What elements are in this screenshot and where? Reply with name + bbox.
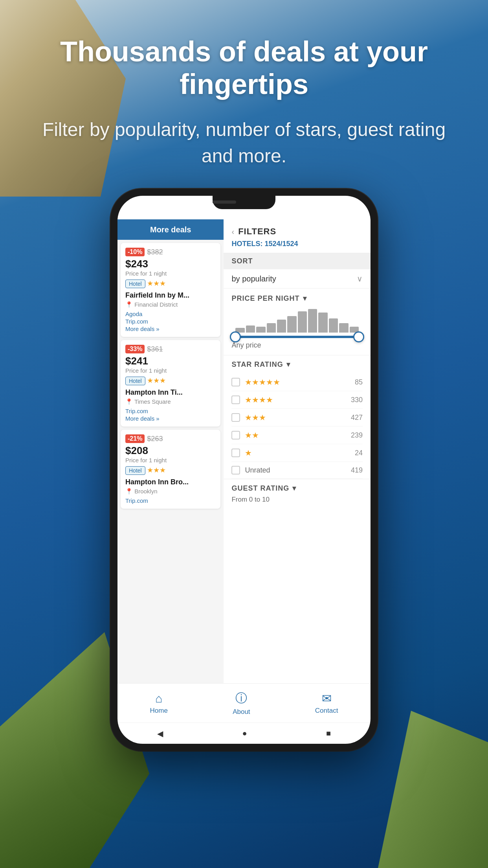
home-label: Home (150, 707, 168, 715)
star-checkbox-2[interactable] (231, 431, 240, 440)
star-icons-2: ★★ (245, 430, 350, 440)
sort-label: SORT (231, 257, 253, 265)
hotel-name-1: Fairfield Inn by M... (125, 291, 216, 300)
star-row-2[interactable]: ★★ 239 (231, 427, 363, 444)
star-section-label: STAR RATING (231, 360, 283, 369)
android-recents-button[interactable]: ■ (326, 729, 331, 738)
star-icons-1: ★ (245, 448, 354, 458)
hotel-more-deals-1[interactable]: More deals » (125, 326, 216, 332)
hotel-more-deals-2[interactable]: More deals » (125, 415, 216, 422)
phone-screen: More deals -10% $382 $243 Price for 1 ni… (117, 219, 371, 683)
phone-inner-screen: More deals -10% $382 $243 Price for 1 ni… (117, 196, 371, 744)
hotel-name-2: Hampton Inn Ti... (125, 388, 216, 397)
phone-notch-area (117, 196, 371, 219)
about-label: About (233, 708, 250, 716)
hist-bar-6 (287, 316, 296, 333)
current-price-3: $208 (125, 445, 216, 457)
star-rating-header: STAR RATING ▾ (231, 355, 363, 373)
hotel-link-trip2[interactable]: Trip.com (125, 408, 216, 414)
back-icon[interactable]: ‹ (231, 227, 234, 236)
star-row-3[interactable]: ★★★ 427 (231, 409, 363, 427)
phone-notch (213, 196, 275, 209)
hotel-card-1[interactable]: -10% $382 $243 Price for 1 night Hotel ★… (121, 243, 220, 337)
star-icons-3: ★★★ (245, 413, 350, 422)
more-deals-button[interactable]: More deals (150, 225, 191, 234)
star-count-unrated: 419 (351, 466, 363, 474)
hotel-card-2[interactable]: -33% $361 $241 Price for 1 night Hotel ★… (121, 340, 220, 427)
star-count-1: 24 (355, 449, 363, 457)
sort-section-header: SORT (224, 253, 371, 269)
guest-rating-label: GUEST RATING (231, 484, 289, 493)
hist-bar-9 (318, 313, 327, 333)
nav-item-contact[interactable]: ✉ Contact (315, 691, 338, 715)
star-checkbox-3[interactable] (231, 413, 240, 422)
original-price-1: $382 (147, 248, 163, 256)
star-row-1[interactable]: ★ 24 (231, 444, 363, 462)
android-back-button[interactable]: ◀ (157, 729, 163, 738)
star-icons-5: ★★★★★ (245, 377, 354, 387)
hotel-card-3[interactable]: -21% $263 $208 Price for 1 night Hotel ★… (121, 430, 220, 509)
hotel-list-top-bar: More deals (117, 219, 224, 240)
filter-panel: ‹ FILTERS HOTELS: 1524/1524 SORT by pop (224, 219, 371, 683)
hotel-link-trip3[interactable]: Trip.com (125, 497, 216, 504)
filter-header: ‹ FILTERS HOTELS: 1524/1524 (224, 219, 371, 253)
price-slider-left-thumb[interactable] (230, 331, 241, 342)
discount-badge-2: -33% (125, 345, 145, 353)
hotels-label: HOTELS: (231, 240, 262, 248)
current-price-1: $243 (125, 258, 216, 270)
hero-section: Thousands of deals at your fingertips Fi… (0, 35, 488, 169)
hist-bar-10 (329, 318, 338, 333)
nav-item-home[interactable]: ⌂ Home (150, 692, 168, 715)
nav-item-about[interactable]: ⓘ About (233, 690, 250, 716)
hotel-price-row-3: -21% $263 (125, 434, 216, 443)
guest-rating-range: From 0 to 10 (231, 496, 363, 504)
hist-bar-8 (308, 309, 317, 333)
star-checkbox-1[interactable] (231, 449, 240, 457)
hotel-stars-1: ★★★ (147, 280, 166, 287)
phone-mockup: More deals -10% $382 $243 Price for 1 ni… (110, 189, 378, 751)
hero-title: Thousands of deals at your fingertips (31, 35, 457, 101)
hotel-links-3: Trip.com (125, 497, 216, 504)
star-row-4[interactable]: ★★★★ 330 (231, 391, 363, 409)
hotel-stars-2: ★★★ (147, 377, 166, 384)
hotel-location-2: 📍 Times Square (125, 398, 216, 405)
price-any-label: Any price (231, 341, 363, 349)
hotel-badge-3: Hotel (125, 466, 145, 475)
price-slider-track[interactable] (235, 336, 359, 338)
current-price-2: $241 (125, 355, 216, 367)
bottom-navigation: ⌂ Home ⓘ About ✉ Contact (117, 683, 371, 723)
hotel-price-row-2: -33% $361 (125, 345, 216, 353)
hist-bar-11 (339, 323, 348, 333)
price-section-header: PRICE PER NIGHT ▾ (231, 294, 363, 303)
star-chevron-icon: ▾ (286, 360, 290, 369)
android-navigation: ◀ ● ■ (117, 723, 371, 744)
filter-title: FILTERS (238, 226, 276, 237)
star-row-5[interactable]: ★★★★★ 85 (231, 373, 363, 391)
sort-value: by popularity (231, 274, 276, 283)
hotel-badge-2: Hotel (125, 377, 145, 385)
price-section: PRICE PER NIGHT ▾ (224, 289, 371, 355)
star-checkbox-4[interactable] (231, 395, 240, 404)
star-checkbox-unrated[interactable] (231, 466, 240, 474)
star-rating-section: STAR RATING ▾ ★★★★★ 85 ★★★★ (224, 355, 371, 479)
star-checkbox-5[interactable] (231, 378, 240, 386)
hist-bar-4 (267, 323, 276, 333)
guest-rating-header: GUEST RATING ▾ (231, 484, 363, 493)
hotels-count-value: 1524/1524 (264, 240, 298, 248)
hotel-badge-1: Hotel (125, 280, 145, 288)
android-home-button[interactable]: ● (242, 729, 247, 738)
phone-outer-shell: More deals -10% $382 $243 Price for 1 ni… (110, 189, 378, 751)
sort-row[interactable]: by popularity ∨ (224, 269, 371, 289)
star-icons-4: ★★★★ (245, 395, 350, 405)
star-row-unrated[interactable]: Unrated 419 (231, 462, 363, 479)
hotel-links-1: Agoda Trip.com More deals » (125, 311, 216, 332)
contact-label: Contact (315, 707, 338, 715)
hotel-link-agoda[interactable]: Agoda (125, 311, 216, 317)
price-histogram (231, 309, 363, 333)
price-slider-right-thumb[interactable] (353, 331, 364, 342)
price-label-2: Price for 1 night (125, 367, 216, 374)
hotel-link-trip1[interactable]: Trip.com (125, 318, 216, 325)
price-slider-range (235, 336, 359, 338)
hotel-location-3: 📍 Brooklyn (125, 488, 216, 495)
discount-badge-3: -21% (125, 434, 145, 443)
